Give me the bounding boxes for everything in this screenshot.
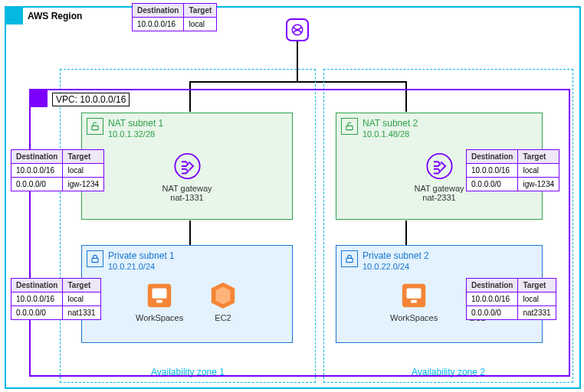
nat-gateway-icon bbox=[425, 152, 454, 181]
lock-open-icon bbox=[87, 118, 103, 135]
workspaces-2: WorkSpaces bbox=[390, 281, 438, 322]
private-subnet-2-cidr: 10.0.22.0/24 bbox=[363, 262, 409, 271]
rt-header-dest: Destination bbox=[133, 4, 184, 18]
svg-rect-8 bbox=[156, 300, 162, 303]
workspaces-1-label: WorkSpaces bbox=[136, 313, 183, 322]
workspaces-1: WorkSpaces bbox=[136, 281, 183, 322]
nat-gateway-2: NAT gateway nat-2331 bbox=[414, 152, 464, 202]
nat-subnet-2-cidr: 10.0.1.48/28 bbox=[363, 129, 409, 139]
svg-rect-7 bbox=[153, 289, 167, 299]
table-row: 10.0.0.0/16local bbox=[467, 292, 556, 306]
private-subnet-1-title: Private subnet 1 bbox=[108, 250, 175, 261]
svg-marker-10 bbox=[216, 287, 231, 305]
table-row: 10.0.0.0/16local bbox=[11, 292, 101, 306]
table-row: 10.0.0.0/16local bbox=[133, 18, 217, 31]
route-table-nat1: DestinationTarget 10.0.0.0/16local 0.0.0… bbox=[11, 149, 104, 191]
route-table-nat2: DestinationTarget 10.0.0.0/16local 0.0.0… bbox=[466, 149, 559, 191]
nat-subnet-1-cidr: 10.0.1.32/28 bbox=[108, 129, 155, 139]
nat-gateway-2-id: nat-2331 bbox=[414, 193, 464, 202]
table-row: 10.0.0.0/16local bbox=[11, 164, 104, 178]
nat-gateway-icon bbox=[172, 152, 202, 181]
aws-region-label: AWS Region bbox=[28, 11, 82, 21]
svg-rect-14 bbox=[411, 300, 417, 303]
workspaces-2-label: WorkSpaces bbox=[390, 313, 438, 322]
route-table-priv2: DestinationTarget 10.0.0.0/16local 0.0.0… bbox=[466, 278, 556, 320]
vpc-color-tab bbox=[29, 89, 48, 107]
workspaces-icon bbox=[399, 281, 428, 310]
svg-rect-1 bbox=[92, 126, 98, 129]
ec2-1: EC2 bbox=[208, 281, 238, 322]
nat-gateway-1-label: NAT gateway bbox=[162, 184, 212, 193]
nat-subnet-2-title: NAT subnet 2 bbox=[363, 118, 418, 129]
table-row: 0.0.0.0/0nat2331 bbox=[467, 306, 556, 320]
ec2-1-label: EC2 bbox=[208, 313, 238, 322]
workspaces-icon bbox=[145, 281, 174, 310]
svg-rect-3 bbox=[346, 126, 353, 129]
route-table-priv1: DestinationTarget 10.0.0.0/16local 0.0.0… bbox=[11, 278, 101, 320]
private-subnet-1-cidr: 10.0.21.0/24 bbox=[108, 262, 155, 271]
nat-gateway-1: NAT gateway nat-1331 bbox=[162, 152, 212, 202]
vpc-label: VPC: 10.0.0.0/16 bbox=[52, 93, 130, 106]
private-subnet-1: Private subnet 1 10.0.21.0/24 WorkSpaces… bbox=[81, 245, 293, 343]
route-table-vpc: DestinationTarget 10.0.0.0/16local bbox=[132, 3, 217, 31]
svg-rect-11 bbox=[346, 258, 353, 262]
private-subnet-2-title: Private subnet 2 bbox=[363, 250, 429, 261]
rt-header-target: Target bbox=[184, 4, 217, 18]
nat-gateway-2-label: NAT gateway bbox=[414, 184, 464, 193]
table-row: 0.0.0.0/0igw-1234 bbox=[11, 178, 104, 191]
internet-gateway-icon bbox=[286, 18, 309, 41]
svg-rect-5 bbox=[92, 258, 98, 262]
table-row: 0.0.0.0/0nat1331 bbox=[11, 306, 101, 320]
aws-region-color-tab bbox=[5, 6, 23, 24]
nat-gateway-1-id: nat-1331 bbox=[162, 193, 212, 202]
nat-subnet-1: NAT subnet 1 10.0.1.32/28 NAT gateway na… bbox=[81, 113, 293, 220]
nat-subnet-1-title: NAT subnet 1 bbox=[108, 118, 163, 129]
table-row: 10.0.0.0/16local bbox=[467, 164, 559, 178]
lock-icon bbox=[341, 250, 358, 267]
lock-icon bbox=[87, 250, 103, 267]
ec2-icon bbox=[208, 281, 238, 310]
lock-open-icon bbox=[341, 118, 358, 135]
table-row: 0.0.0.0/0igw-1234 bbox=[467, 178, 559, 191]
svg-point-2 bbox=[175, 154, 199, 178]
svg-rect-13 bbox=[407, 289, 422, 299]
svg-point-4 bbox=[427, 154, 451, 178]
